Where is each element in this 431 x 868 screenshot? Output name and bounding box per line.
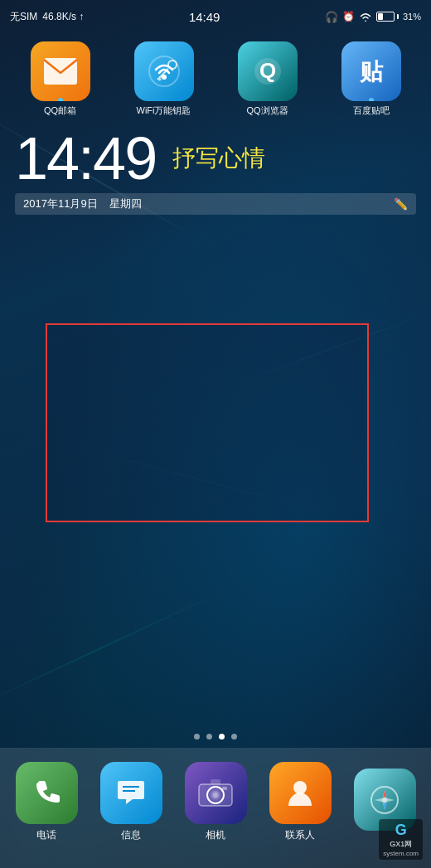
- weekday-value: 星期四: [109, 197, 142, 210]
- svg-text:贴: 贴: [359, 59, 384, 85]
- page-dot-1[interactable]: [194, 734, 200, 739]
- svg-point-19: [293, 781, 307, 794]
- messages-label: 信息: [121, 828, 141, 842]
- app-item-wifi[interactable]: WiFi万能钥匙: [123, 41, 206, 117]
- tieba-badge: [369, 98, 374, 101]
- watermark: G GX1网 system.com: [379, 819, 423, 860]
- tieba-label: 百度贴吧: [353, 104, 390, 117]
- camera-label: 相机: [206, 828, 225, 842]
- watermark-site: GX1网: [390, 839, 412, 850]
- battery-indicator: [376, 12, 399, 22]
- wifi-icon[interactable]: [134, 41, 194, 101]
- clock-row: 14:49 抒写心情: [15, 129, 416, 188]
- svg-line-5: [162, 76, 163, 78]
- qqmail-icon[interactable]: [31, 41, 90, 101]
- svg-text:Q: Q: [259, 58, 275, 83]
- clock-widget: 14:49 抒写心情 2017年11月9日 星期四 ✏️: [0, 129, 431, 215]
- edit-icon[interactable]: ✏️: [394, 197, 408, 211]
- app-item-qqmail[interactable]: QQ邮箱: [19, 41, 102, 117]
- date-value: 2017年11月9日: [23, 197, 98, 210]
- phone-label: 电话: [36, 828, 56, 842]
- status-right: 🎧 ⏰ 31%: [325, 11, 421, 23]
- status-bar: 无SIM 46.8K/s ↑ 14:49 🎧 ⏰ 31%: [0, 0, 431, 33]
- bluetooth-icon: 🎧: [325, 11, 338, 23]
- page-dot-2[interactable]: [206, 734, 212, 739]
- messages-icon[interactable]: [100, 762, 162, 824]
- phone-icon[interactable]: [16, 762, 78, 824]
- wifi-signal-icon: [359, 12, 372, 22]
- dock: 电话 信息: [0, 748, 431, 868]
- status-left: 无SIM 46.8K/s ↑: [10, 10, 84, 24]
- contacts-icon[interactable]: [269, 762, 332, 824]
- qqbrowser-icon[interactable]: Q: [238, 41, 298, 101]
- battery-fill: [378, 13, 383, 20]
- network-speed: 46.8K/s ↑: [42, 11, 84, 22]
- svg-point-17: [213, 793, 218, 798]
- dock-item-contacts[interactable]: 联系人: [269, 762, 332, 842]
- app-icons-row: QQ邮箱 WiFi万能钥匙 Q QQ浏览器: [0, 41, 431, 117]
- watermark-url: system.com: [383, 850, 419, 857]
- tieba-icon[interactable]: 贴: [341, 41, 401, 101]
- battery-tip: [397, 14, 399, 19]
- date-bar: 2017年11月9日 星期四 ✏️: [15, 193, 416, 215]
- watermark-logo: G: [395, 822, 407, 839]
- svg-rect-0: [44, 58, 77, 85]
- carrier-label: 无SIM: [10, 10, 37, 24]
- clock-mood[interactable]: 抒写心情: [172, 144, 265, 172]
- page-dot-4[interactable]: [231, 734, 237, 739]
- svg-point-3: [168, 61, 177, 69]
- qqbrowser-label: QQ浏览器: [246, 104, 288, 117]
- qqmail-badge: [58, 98, 63, 101]
- contacts-label: 联系人: [285, 828, 315, 842]
- dock-item-messages[interactable]: 信息: [100, 762, 162, 842]
- svg-line-6: [159, 79, 161, 80]
- camera-icon-wrap[interactable]: [185, 762, 247, 824]
- battery-percent: 31%: [403, 12, 421, 22]
- dock-item-phone[interactable]: 电话: [16, 762, 78, 842]
- qqmail-label: QQ邮箱: [44, 104, 76, 117]
- page-dots: [0, 734, 431, 739]
- wifi-label: WiFi万能钥匙: [137, 104, 191, 117]
- dock-item-camera[interactable]: 相机: [185, 762, 247, 842]
- status-time: 14:49: [189, 10, 220, 24]
- svg-rect-18: [222, 787, 227, 790]
- alarm-icon: ⏰: [342, 11, 355, 22]
- date-text: 2017年11月9日 星期四: [23, 196, 142, 211]
- app-item-tieba[interactable]: 贴 百度贴吧: [330, 41, 413, 117]
- clock-time: 14:49: [15, 129, 156, 188]
- page-dot-3[interactable]: [219, 734, 225, 739]
- app-item-qqbrowser[interactable]: Q QQ浏览器: [226, 41, 309, 117]
- battery-body: [376, 12, 395, 22]
